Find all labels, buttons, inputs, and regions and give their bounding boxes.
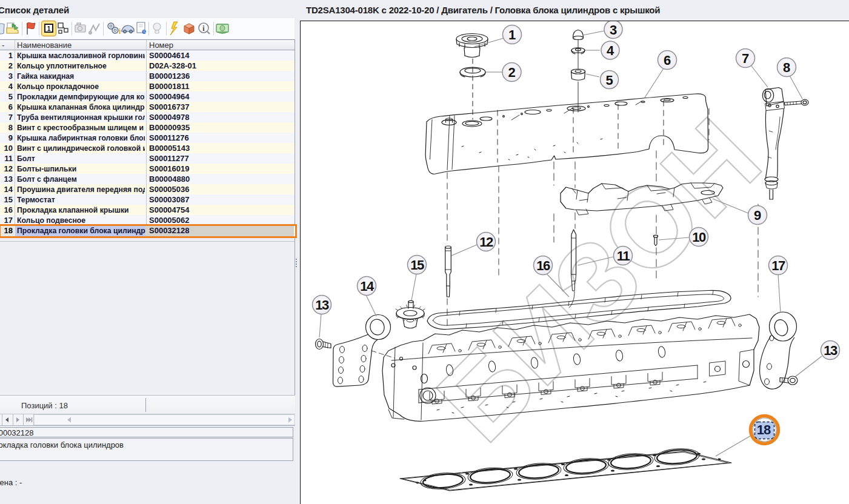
svg-text:БИЗОН: БИЗОН: [414, 94, 784, 464]
svg-text:13: 13: [824, 343, 837, 358]
svg-text:17: 17: [771, 258, 785, 273]
svg-text:18: 18: [757, 422, 771, 437]
svg-text:12: 12: [479, 234, 493, 250]
svg-text:i: i: [119, 27, 121, 36]
svg-text:11: 11: [617, 248, 630, 264]
svg-text:e: e: [142, 27, 146, 36]
svg-text:10: 10: [692, 230, 706, 245]
svg-text:2: 2: [508, 65, 515, 80]
svg-text:16: 16: [536, 258, 550, 273]
svg-text:15: 15: [410, 257, 424, 273]
svg-text:5: 5: [605, 73, 613, 88]
svg-text:14: 14: [360, 279, 375, 294]
svg-text:9: 9: [754, 208, 761, 223]
svg-text:8: 8: [783, 60, 790, 75]
svg-text:13: 13: [315, 297, 329, 313]
svg-text:1: 1: [508, 27, 516, 42]
svg-text:7: 7: [742, 51, 749, 66]
svg-text:4: 4: [607, 43, 614, 58]
svg-text:6: 6: [664, 53, 671, 68]
svg-text:1: 1: [47, 25, 51, 32]
svg-text:3: 3: [610, 22, 617, 38]
